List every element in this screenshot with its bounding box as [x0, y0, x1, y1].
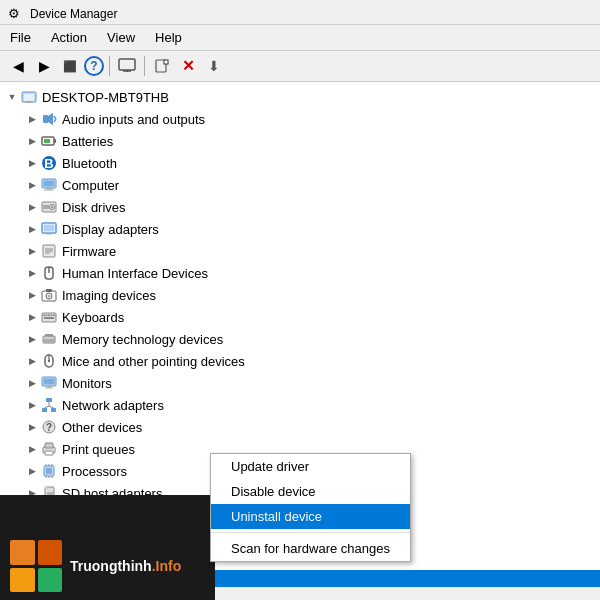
watermark: Truongthinh.Info — [0, 495, 215, 600]
tree-item-keyboards[interactable]: ▶ Keyboards — [0, 306, 600, 328]
disk-label: Disk drives — [62, 200, 126, 215]
svg-line-65 — [45, 406, 50, 408]
menu-help[interactable]: Help — [145, 27, 192, 48]
firmware-icon — [40, 242, 58, 260]
tree-item-hid[interactable]: ▶ Human Interface Devices — [0, 262, 600, 284]
title-icon: ⚙ — [8, 6, 24, 22]
watermark-text: Truongthinh.Info — [70, 558, 181, 574]
tree-item-mice[interactable]: ▶ Mice and other pointing devices — [0, 350, 600, 372]
watermark-accent: .Info — [152, 558, 182, 574]
svg-rect-0 — [119, 59, 135, 70]
memory-icon — [40, 330, 58, 348]
svg-line-12 — [54, 119, 56, 122]
root-label: DESKTOP-MBT9THB — [42, 90, 169, 105]
svg-rect-58 — [44, 379, 55, 385]
menu-file[interactable]: File — [0, 27, 41, 48]
menu-action[interactable]: Action — [41, 27, 97, 48]
tree-item-batteries[interactable]: ▶ Batteries — [0, 130, 600, 152]
svg-rect-25 — [43, 205, 49, 209]
svg-rect-7 — [24, 94, 34, 101]
tree-item-imaging[interactable]: ▶ Imaging devices — [0, 284, 600, 306]
other-expand: ▶ — [24, 419, 40, 435]
tree-root[interactable]: ▼ DESKTOP-MBT9THB — [0, 86, 600, 108]
context-scan-hardware[interactable]: Scan for hardware changes — [211, 536, 410, 561]
mice-expand: ▶ — [24, 353, 40, 369]
toolbar-delete[interactable]: ✕ — [176, 55, 200, 77]
memory-expand: ▶ — [24, 331, 40, 347]
firmware-label: Firmware — [62, 244, 116, 259]
other-label: Other devices — [62, 420, 142, 435]
bluetooth-icon: B — [40, 154, 58, 172]
tree-item-monitors[interactable]: ▶ Monitors — [0, 372, 600, 394]
tree-item-firmware[interactable]: ▶ Firmware — [0, 240, 600, 262]
context-disable-device[interactable]: Disable device — [211, 479, 410, 504]
audio-label: Audio inputs and outputs — [62, 112, 205, 127]
svg-rect-27 — [44, 225, 55, 232]
monitors-label: Monitors — [62, 376, 112, 391]
toolbar-display[interactable] — [115, 55, 139, 77]
menu-bar: File Action View Help — [0, 25, 600, 51]
monitors-expand: ▶ — [24, 375, 40, 391]
display-icon — [40, 220, 58, 238]
toolbar-separator-1 — [109, 56, 110, 76]
toolbar-new[interactable] — [150, 55, 174, 77]
toolbar-download[interactable]: ⬇ — [202, 55, 226, 77]
tree-item-computer[interactable]: ▶ Computer — [0, 174, 600, 196]
context-uninstall-device[interactable]: Uninstall device — [211, 504, 410, 529]
toolbar-back[interactable]: ◀ — [6, 55, 30, 77]
tree-item-audio[interactable]: ▶ Audio inputs and outputs — [0, 108, 600, 130]
keyboards-label: Keyboards — [62, 310, 124, 325]
root-expand: ▼ — [4, 89, 20, 105]
svg-rect-45 — [53, 315, 55, 317]
svg-rect-73 — [46, 468, 52, 474]
svg-point-39 — [48, 295, 51, 298]
logo-cell-1 — [10, 540, 35, 565]
tree-item-bluetooth[interactable]: ▶ B Bluetooth — [0, 152, 600, 174]
svg-rect-14 — [54, 139, 56, 143]
svg-rect-48 — [45, 334, 53, 337]
context-update-driver[interactable]: Update driver — [211, 454, 410, 479]
imaging-label: Imaging devices — [62, 288, 156, 303]
audio-expand: ▶ — [24, 111, 40, 127]
svg-rect-42 — [46, 315, 48, 317]
svg-line-11 — [54, 116, 56, 119]
tree-item-disk[interactable]: ▶ Disk drives — [0, 196, 600, 218]
svg-rect-20 — [46, 188, 52, 190]
toolbar-forward[interactable]: ▶ — [32, 55, 56, 77]
processors-label: Processors — [62, 464, 127, 479]
tree-item-memory[interactable]: ▶ Memory technology devices — [0, 328, 600, 350]
hid-label: Human Interface Devices — [62, 266, 208, 281]
mice-label: Mice and other pointing devices — [62, 354, 245, 369]
hid-expand: ▶ — [24, 265, 40, 281]
svg-rect-41 — [43, 315, 45, 317]
svg-rect-15 — [44, 139, 50, 143]
svg-rect-43 — [48, 315, 50, 317]
logo-cell-4 — [38, 568, 63, 593]
processors-icon — [40, 462, 58, 480]
network-expand: ▶ — [24, 397, 40, 413]
svg-rect-60 — [45, 388, 53, 389]
logo-cell-3 — [10, 568, 35, 593]
toolbar-stop[interactable]: ⬛ — [58, 55, 82, 77]
imaging-expand: ▶ — [24, 287, 40, 303]
batteries-label: Batteries — [62, 134, 113, 149]
svg-text:B: B — [44, 156, 53, 171]
toolbar-help[interactable]: ? — [84, 56, 104, 76]
svg-rect-63 — [51, 408, 56, 412]
keyboards-expand: ▶ — [24, 309, 40, 325]
svg-rect-44 — [51, 315, 53, 317]
disk-expand: ▶ — [24, 199, 40, 215]
svg-rect-19 — [44, 181, 55, 187]
processors-expand: ▶ — [24, 463, 40, 479]
svg-point-24 — [51, 206, 53, 208]
firmware-expand: ▶ — [24, 243, 40, 259]
svg-rect-59 — [47, 386, 51, 388]
menu-view[interactable]: View — [97, 27, 145, 48]
other-icon: ? — [40, 418, 58, 436]
svg-rect-21 — [44, 190, 54, 191]
memory-label: Memory technology devices — [62, 332, 223, 347]
tree-item-display[interactable]: ▶ Display adapters — [0, 218, 600, 240]
tree-item-other[interactable]: ▶ ? Other devices — [0, 416, 600, 438]
tree-item-network[interactable]: ▶ Network adapters — [0, 394, 600, 416]
batteries-expand: ▶ — [24, 133, 40, 149]
